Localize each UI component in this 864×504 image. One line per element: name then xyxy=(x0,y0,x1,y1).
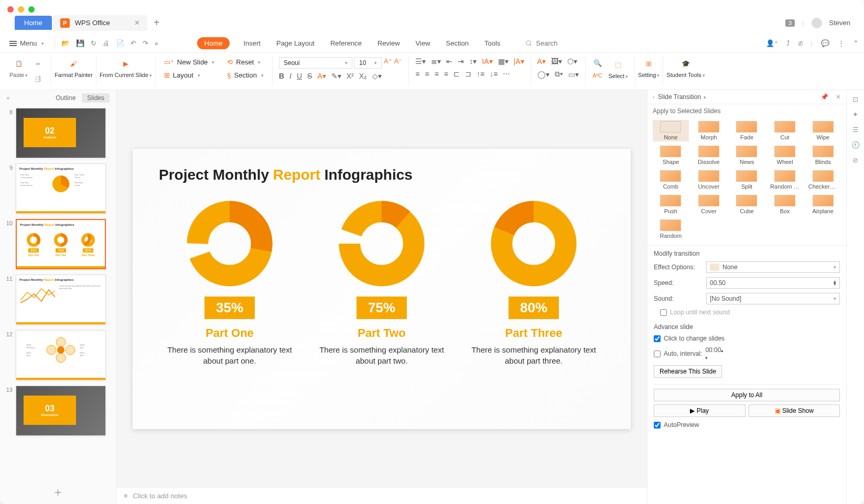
open-icon[interactable]: 📂 xyxy=(61,39,70,47)
clear-format-button[interactable]: ◇▾ xyxy=(372,72,382,80)
transition-none[interactable]: None xyxy=(653,120,689,141)
font-size-select[interactable]: 10▾ xyxy=(354,57,382,69)
fill-button[interactable]: ◯▾ xyxy=(537,70,549,79)
share-icon[interactable]: 👤⁺ xyxy=(766,39,778,47)
tab-home[interactable]: Home xyxy=(197,37,230,49)
rail-help-icon[interactable]: ⊘ xyxy=(852,156,858,164)
auto-interval-checkbox[interactable] xyxy=(654,350,661,357)
copy-icon[interactable]: 📑 xyxy=(32,73,44,84)
click-change-checkbox[interactable] xyxy=(654,335,661,342)
quick-styles-button[interactable]: ▭▾ xyxy=(568,70,579,79)
home-tab[interactable]: Home xyxy=(15,16,52,30)
transition-random[interactable]: Random xyxy=(653,218,689,240)
reset-button[interactable]: ⟲Reset▾ xyxy=(225,57,266,67)
redo-icon[interactable]: ↷ xyxy=(143,39,148,47)
increase-font-icon[interactable]: A⁺ xyxy=(384,57,392,69)
avatar[interactable] xyxy=(812,18,822,28)
sound-select[interactable]: [No Sound]▾ xyxy=(706,293,840,304)
rail-settings-icon[interactable]: ✦ xyxy=(852,111,858,118)
tab-insert[interactable]: Insert xyxy=(241,37,263,49)
align-right-button[interactable]: ≡ xyxy=(435,70,439,78)
donut-1[interactable]: 35% Part One There is something explanat… xyxy=(161,199,298,366)
columns-button[interactable]: ▦▾ xyxy=(498,57,509,65)
format-painter-button[interactable]: 🖌Farmat Painter xyxy=(55,56,93,78)
thumb-11[interactable]: Project Monthly Report Infographics Lore… xyxy=(16,275,106,325)
spacing-down-button[interactable]: ↓≡ xyxy=(490,70,498,78)
auto-interval-input[interactable]: 00:00▴▾ xyxy=(705,346,742,361)
rail-sliders-icon[interactable]: ☰ xyxy=(852,126,859,134)
close-window[interactable] xyxy=(7,6,14,13)
undo-icon[interactable]: ↶ xyxy=(131,39,136,47)
font-select[interactable]: Seoui▾ xyxy=(279,57,352,69)
rail-history-icon[interactable]: 🕘 xyxy=(851,141,860,149)
increase-indent-button[interactable]: ⇥ xyxy=(458,57,464,65)
decrease-font-icon[interactable]: A⁻ xyxy=(394,57,403,69)
rail-panel-icon[interactable]: ⊡ xyxy=(852,95,858,103)
slide-title[interactable]: Project Monthly Report Infographics xyxy=(159,167,604,183)
section-button[interactable]: §Section▾ xyxy=(225,70,266,80)
transition-cut[interactable]: Cut xyxy=(767,120,803,141)
numbering-button[interactable]: ≣▾ xyxy=(431,57,441,65)
transition-blinds[interactable]: Blinds xyxy=(805,145,841,166)
close-tab-icon[interactable]: ✕ xyxy=(134,19,140,27)
slide-canvas[interactable]: Project Monthly Report Infographics 35% … xyxy=(133,149,631,429)
tab-review[interactable]: Review xyxy=(375,37,402,49)
thumb-12[interactable]: 2018Text lines2019Text 2020Text2021Text xyxy=(16,330,106,380)
bullets-button[interactable]: ☰▾ xyxy=(415,57,426,65)
underline-button[interactable]: U xyxy=(297,72,302,80)
effect-select[interactable]: None▾ xyxy=(706,261,840,273)
thumb-9[interactable]: Project Monthly Report Infographics Part… xyxy=(16,163,106,214)
setting-button[interactable]: ⊞Setting▾ xyxy=(638,56,660,78)
collapse-right-icon[interactable]: ‹ xyxy=(653,93,655,101)
transition-cube[interactable]: Cube xyxy=(729,194,765,215)
transition-box[interactable]: Box xyxy=(767,194,803,215)
highlight-button[interactable]: ✎▾ xyxy=(331,72,341,80)
decrease-indent-button[interactable]: ⇤ xyxy=(446,57,452,65)
from-current-button[interactable]: ▶From Current Slide▾ xyxy=(100,56,152,78)
comment-icon[interactable]: 💬 xyxy=(821,39,829,47)
thumb-10[interactable]: Project Monthly Report Infographics 35%P… xyxy=(16,219,106,269)
add-slide-button[interactable]: + xyxy=(0,481,116,504)
doc-tab[interactable]: P WPS Office ✕ xyxy=(53,15,147,31)
apply-all-button[interactable]: Apply to All xyxy=(654,389,840,401)
paste-button[interactable]: 📋Paste▾ xyxy=(9,56,28,84)
spacing-up-button[interactable]: ↑≡ xyxy=(477,70,484,78)
font-color-button[interactable]: A▾ xyxy=(317,72,326,80)
kebab-icon[interactable]: ⋮ xyxy=(838,39,845,47)
search-box[interactable] xyxy=(525,39,763,47)
layout-button[interactable]: ⊞Layout▾ xyxy=(162,70,217,80)
indent-left-button[interactable]: ⊏ xyxy=(453,70,460,78)
close-panel-icon[interactable]: ✕ xyxy=(836,93,841,101)
rehearse-button[interactable]: Rehearse This Slide xyxy=(654,365,722,378)
transition-split[interactable]: Split xyxy=(729,169,765,191)
bold-button[interactable]: B xyxy=(279,72,284,80)
autopreview-checkbox[interactable] xyxy=(654,422,661,429)
transition-cover[interactable]: Cover xyxy=(691,194,727,215)
transition-comb[interactable]: Comb xyxy=(653,169,689,191)
slideshow-button[interactable]: ▣ Slide Show xyxy=(749,404,840,417)
transition-push[interactable]: Push xyxy=(653,194,689,215)
more-icon[interactable]: » xyxy=(155,39,158,47)
transition-randomb[interactable]: Random B... xyxy=(767,169,803,191)
italic-button[interactable]: I xyxy=(289,72,291,80)
justify-button[interactable]: ≡ xyxy=(444,70,448,78)
new-tab-button[interactable]: + xyxy=(148,15,165,31)
superscript-button[interactable]: X² xyxy=(347,72,354,80)
thumb-8[interactable]: 02Analysis xyxy=(16,108,106,158)
more-para-button[interactable]: ⋯ xyxy=(503,70,510,78)
play-button[interactable]: ▶ Play xyxy=(654,404,746,417)
transition-morph[interactable]: Morph xyxy=(691,120,727,141)
preview-icon[interactable]: 📄 xyxy=(116,39,124,47)
strike-button[interactable]: S xyxy=(307,72,312,80)
menu-button[interactable]: Menu▾ xyxy=(5,37,48,49)
collapse-panel-icon[interactable]: « xyxy=(6,94,10,102)
collapse-ribbon-icon[interactable]: ⌃ xyxy=(853,39,859,47)
transition-checkerbo[interactable]: Checkerbo... xyxy=(805,169,841,191)
outline-tab[interactable]: Outline xyxy=(56,94,75,102)
align-left-button[interactable]: ≡ xyxy=(415,70,419,78)
transition-wipe[interactable]: Wipe xyxy=(805,120,841,141)
user-name[interactable]: Steven xyxy=(829,19,850,27)
donut-3[interactable]: 80% Part Three There is something explan… xyxy=(466,199,602,366)
tab-reference[interactable]: Reference xyxy=(328,37,364,49)
export-icon[interactable]: ⤴ xyxy=(786,39,790,47)
